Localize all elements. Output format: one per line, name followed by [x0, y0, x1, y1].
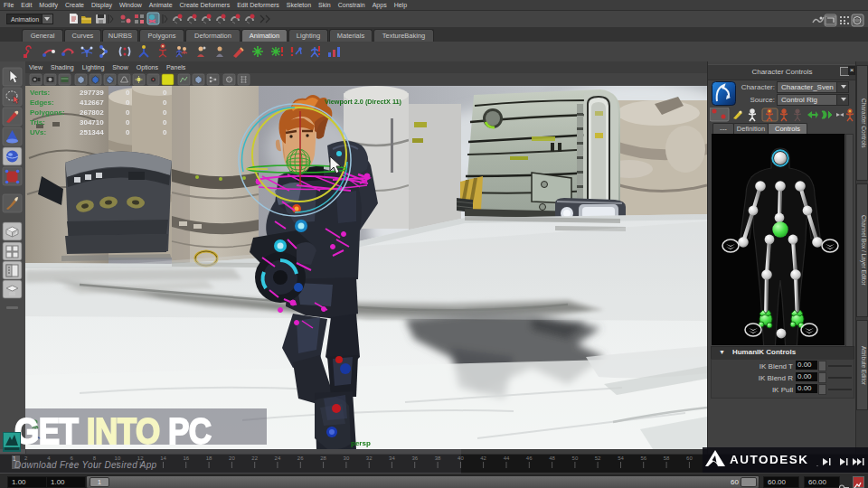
svg-text:0: 0 — [163, 99, 167, 107]
svg-text:412667: 412667 — [80, 99, 104, 107]
svg-text:267802: 267802 — [80, 108, 104, 117]
svg-text:48: 48 — [549, 455, 555, 461]
svg-text:50: 50 — [572, 455, 579, 461]
svg-text:42: 42 — [480, 455, 486, 461]
svg-text:60: 60 — [686, 455, 693, 461]
svg-text:Viewport 2.0 (DirectX 11): Viewport 2.0 (DirectX 11) — [325, 98, 402, 106]
svg-text:54: 54 — [618, 455, 624, 461]
svg-text:0: 0 — [126, 128, 130, 136]
svg-text:46: 46 — [526, 455, 533, 461]
svg-text:Edges:: Edges: — [30, 99, 54, 107]
svg-text:Verts:: Verts: — [30, 89, 50, 97]
svg-text:304710: 304710 — [80, 118, 104, 127]
svg-text:251344: 251344 — [80, 128, 104, 136]
svg-text:0: 0 — [163, 108, 167, 117]
svg-text:Tris:: Tris: — [30, 118, 45, 127]
svg-text:AUTODESK: AUTODESK — [730, 453, 809, 466]
svg-text:0: 0 — [126, 118, 130, 127]
svg-text:58: 58 — [664, 455, 670, 461]
svg-text:0: 0 — [126, 108, 130, 117]
svg-text:52: 52 — [595, 455, 601, 461]
svg-text:Polygons:: Polygons: — [30, 108, 65, 117]
svg-text:.: . — [816, 461, 818, 467]
svg-text:0: 0 — [163, 128, 167, 136]
svg-text:297739: 297739 — [80, 89, 104, 97]
svg-text:0: 0 — [163, 89, 167, 97]
svg-text:44: 44 — [504, 455, 510, 461]
svg-text:56: 56 — [640, 455, 646, 461]
svg-text:persp: persp — [351, 439, 371, 447]
svg-text:UVs:: UVs: — [30, 128, 46, 136]
svg-text:0: 0 — [126, 99, 130, 107]
svg-text:0: 0 — [126, 89, 130, 97]
svg-text:0: 0 — [163, 118, 167, 127]
